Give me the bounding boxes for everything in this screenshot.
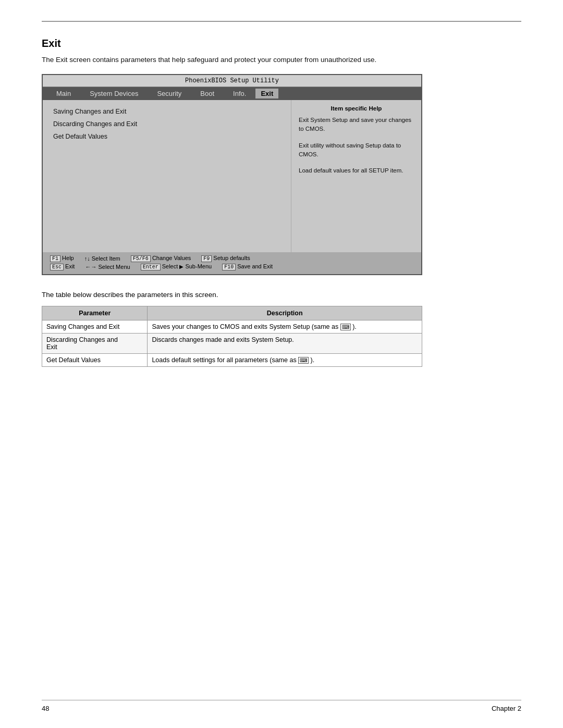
bios-bottom-row2: Esc Exit Select Menu Enter Select Sub-Me… xyxy=(50,263,414,270)
bios-key-f10: F10 Save and Exit xyxy=(222,263,273,270)
bios-key-f1: F1 Help xyxy=(50,255,74,262)
bios-key-esc: Esc Exit xyxy=(50,263,75,270)
table-row: Saving Changes and Exit Saves your chang… xyxy=(42,320,422,334)
page-container: Exit The Exit screen contains parameters… xyxy=(0,0,563,398)
param-discarding: Discarding Changes andExit xyxy=(42,334,148,354)
col-header-parameter: Parameter xyxy=(42,306,148,320)
bios-key-enter: Enter Select Sub-Menu xyxy=(141,263,212,270)
param-saving: Saving Changes and Exit xyxy=(42,320,148,334)
table-row: Get Default Values Loads default setting… xyxy=(42,354,422,367)
triangle-right-icon xyxy=(179,263,183,269)
param-defaults: Get Default Values xyxy=(42,354,148,367)
intro-text: The Exit screen contains parameters that… xyxy=(42,56,521,64)
top-rule xyxy=(42,21,521,22)
bios-empty xyxy=(53,143,280,247)
bios-nav-security[interactable]: Security xyxy=(148,89,191,98)
parameter-table: Parameter Description Saving Changes and… xyxy=(42,306,422,367)
page-number: 48 xyxy=(42,705,49,712)
col-header-description: Description xyxy=(148,306,422,320)
bios-help-saving: Exit System Setup and save your changes … xyxy=(299,116,414,134)
desc-discarding: Discards changes made and exits System S… xyxy=(148,334,422,354)
bios-key-lr-arrows: Select Menu xyxy=(85,264,130,270)
table-row: Discarding Changes andExit Discards chan… xyxy=(42,334,422,354)
bios-nav-boot[interactable]: Boot xyxy=(191,89,224,98)
bios-key-arrows: Select Item xyxy=(84,255,120,262)
bios-menu-defaults[interactable]: Get Default Values xyxy=(53,130,280,143)
page-footer: 48 Chapter 2 xyxy=(42,700,521,712)
bios-bottom-bar: F1 Help Select Item F5/F6 Change Values … xyxy=(43,252,421,274)
bios-menu-discarding[interactable]: Discarding Changes and Exit xyxy=(53,118,280,130)
section-title: Exit xyxy=(42,38,521,50)
bios-bottom-row1: F1 Help Select Item F5/F6 Change Values … xyxy=(50,255,414,262)
chapter-label: Chapter 2 xyxy=(492,705,521,712)
bios-menu-area: Saving Changes and Exit Discarding Chang… xyxy=(43,100,291,252)
updown-arrow-icon xyxy=(84,255,90,262)
bios-help-area: Item specific Help Exit System Setup and… xyxy=(291,100,421,252)
bios-nav-bar: Main System Devices Security Boot Info. … xyxy=(43,87,421,100)
desc-saving: Saves your changes to CMOS and exits Sys… xyxy=(148,320,422,334)
bios-screenshot: PhoenixBIOS Setup Utility Main System De… xyxy=(42,74,422,275)
bios-nav-exit[interactable]: Exit xyxy=(255,89,278,98)
bios-key-f5f6: F5/F6 Change Values xyxy=(131,255,191,262)
bios-nav-system-devices[interactable]: System Devices xyxy=(80,89,148,98)
table-intro: The table below describes the parameters… xyxy=(42,291,521,299)
bios-key-f9: F9 Setup defaults xyxy=(201,255,250,262)
bios-nav-info[interactable]: Info. xyxy=(224,89,255,98)
bios-menu-saving[interactable]: Saving Changes and Exit xyxy=(53,105,280,118)
bios-content: Saving Changes and Exit Discarding Chang… xyxy=(43,100,421,252)
bios-help-defaults: Load default values for all SETUP item. xyxy=(299,166,414,175)
bios-help-title: Item specific Help xyxy=(299,105,414,112)
leftright-arrow-icon xyxy=(85,264,96,270)
bios-title-bar: PhoenixBIOS Setup Utility xyxy=(43,75,421,87)
desc-defaults: Loads default settings for all parameter… xyxy=(148,354,422,367)
bios-nav-main[interactable]: Main xyxy=(47,89,80,98)
bios-help-discarding: Exit utility without saving Setup data t… xyxy=(299,141,414,159)
